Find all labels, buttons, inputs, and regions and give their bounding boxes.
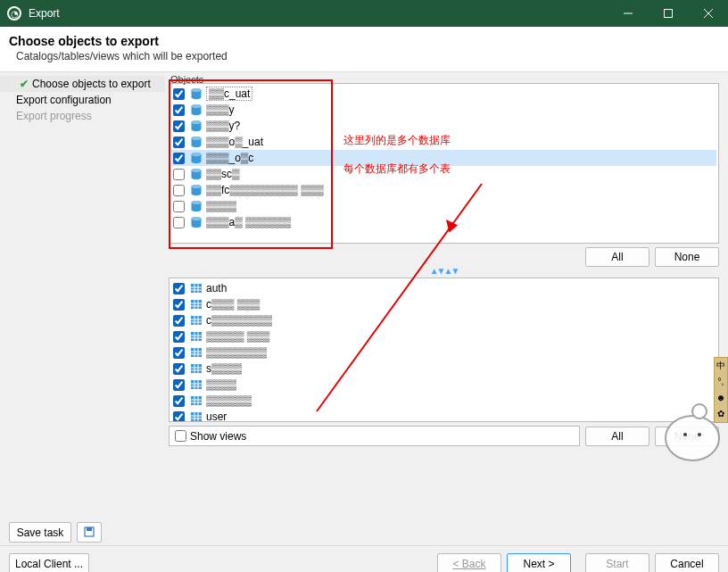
table-checkbox[interactable] [173,283,185,294]
table-icon [190,378,203,391]
close-button[interactable] [688,0,728,27]
svg-rect-37 [191,332,202,341]
ime-toolbar[interactable]: 中 °, ☻ ✿ [714,357,728,423]
database-icon [190,136,203,148]
back-button[interactable]: < Back [437,553,501,572]
table-label: user [206,410,227,422]
wizard-step[interactable]: Choose objects to export [0,76,165,92]
table-icon [190,282,203,294]
show-views-checkbox[interactable] [175,430,186,442]
window-title: Export [29,7,608,20]
database-checkbox[interactable] [173,104,185,116]
next-button[interactable]: Next > [507,553,571,572]
table-checkbox[interactable] [173,395,185,407]
table-item[interactable]: ▒▒▒▒▒▒▒▒ [171,344,716,361]
database-item[interactable]: ▒▒▒y? [171,118,716,134]
svg-point-17 [192,185,202,188]
table-checkbox[interactable] [173,315,185,327]
cancel-button[interactable]: Cancel [655,553,719,572]
database-checkbox[interactable] [173,153,185,164]
table-item[interactable]: auth [171,280,716,296]
svg-point-21 [192,217,202,220]
save-task-button[interactable]: Save task [9,522,71,543]
database-checkbox[interactable] [173,201,185,212]
svg-rect-42 [191,348,202,357]
database-label: ▒▒▒y? [206,120,240,132]
database-icon [190,120,203,132]
database-icon [190,168,203,180]
database-icon [190,200,203,212]
table-list[interactable]: authc▒▒▒ ▒▒▒c▒▒▒▒▒▒▒▒▒▒▒▒▒ ▒▒▒▒▒▒▒▒▒▒▒s▒… [169,278,719,422]
table-icon [190,298,203,311]
database-item[interactable]: ▒▒fc▒▒▒▒▒▒▒▒▒ ▒▒▒ [171,182,716,198]
database-checkbox[interactable] [173,120,185,132]
database-list[interactable]: ▒▒c_uat▒▒▒y▒▒▒y?▒▒▒o▒_uat▒▒▒_o▒c▒▒sc▒▒▒f… [169,83,719,244]
save-task-options-button[interactable] [77,522,102,543]
database-icon [190,152,203,164]
svg-point-13 [192,153,202,156]
wizard-header: Choose objects to export Catalogs/tables… [0,27,728,72]
maximize-button[interactable] [648,0,688,27]
separator-handle[interactable]: ▲▼▲▼ [169,269,719,276]
svg-rect-27 [191,300,202,309]
table-icon [190,410,203,422]
ime-settings-icon: ✿ [715,406,727,422]
database-icon [190,184,203,196]
local-client-button[interactable]: Local Client ... [9,553,89,572]
database-item[interactable]: ▒▒▒▒ [171,198,716,214]
bottom-tools: Save task [0,518,728,545]
database-item[interactable]: ▒▒▒a▒ ▒▒▒▒▒▒ [171,214,716,230]
table-icon [190,394,203,407]
database-item[interactable]: ▒▒▒y [171,102,716,118]
table-checkbox[interactable] [173,411,185,423]
database-label: ▒▒▒o▒_uat [206,136,263,148]
database-item[interactable]: ▒▒▒o▒_uat [171,134,716,150]
database-checkbox[interactable] [173,137,185,148]
svg-point-71 [666,416,719,460]
table-checkbox[interactable] [173,363,185,375]
database-item[interactable]: ▒▒c_uat [171,86,716,102]
database-item[interactable]: ▒▒▒_o▒c [171,150,716,166]
database-checkbox[interactable] [173,169,185,180]
table-item[interactable]: user [171,409,716,422]
database-icon [190,216,203,228]
svg-point-72 [692,404,707,419]
ime-punct-icon: °, [715,374,727,390]
tbl-all-button[interactable]: All [585,427,649,446]
database-icon [190,87,203,100]
table-label: ▒▒▒▒ [206,378,236,391]
svg-rect-22 [191,284,202,293]
table-item[interactable]: c▒▒▒▒▒▒▒▒ [171,312,716,328]
database-checkbox[interactable] [173,217,185,228]
database-label: ▒▒▒▒ [206,200,236,212]
database-item[interactable]: ▒▒sc▒ [171,166,716,182]
svg-rect-52 [191,380,202,389]
table-checkbox[interactable] [173,379,185,391]
db-all-button[interactable]: All [585,247,649,267]
table-icon [190,346,203,359]
table-item[interactable]: ▒▒▒▒▒ ▒▒▒ [171,328,716,344]
table-item[interactable]: c▒▒▒ ▒▒▒ [171,296,716,312]
table-label: ▒▒▒▒▒▒▒▒ [206,346,267,359]
wizard-step[interactable]: Export progress [0,108,165,124]
page-subtitle: Catalogs/tables/views which will be expo… [9,50,719,62]
database-label: ▒▒c_uat [206,87,252,101]
database-icon [190,104,203,116]
svg-point-5 [192,88,202,92]
table-checkbox[interactable] [173,331,185,343]
table-item[interactable]: ▒▒▒▒ [171,377,716,393]
table-checkbox[interactable] [173,347,185,359]
table-item[interactable]: ▒▒▒▒▒▒ [171,393,716,409]
page-title: Choose objects to export [9,34,719,48]
wizard-step[interactable]: Export configuration [0,92,165,108]
database-checkbox[interactable] [173,88,185,100]
svg-point-9 [192,120,202,124]
table-item[interactable]: s▒▒▒▒ [171,361,716,377]
content-pane: Objects ▒▒c_uat▒▒▒y▒▒▒y?▒▒▒o▒_uat▒▒▒_o▒c… [165,72,728,518]
table-checkbox[interactable] [173,299,185,311]
minimize-button[interactable] [608,0,648,27]
start-button[interactable]: Start [585,553,649,572]
table-label: s▒▒▒▒ [206,362,242,375]
db-none-button[interactable]: None [655,247,719,267]
database-checkbox[interactable] [173,185,185,196]
